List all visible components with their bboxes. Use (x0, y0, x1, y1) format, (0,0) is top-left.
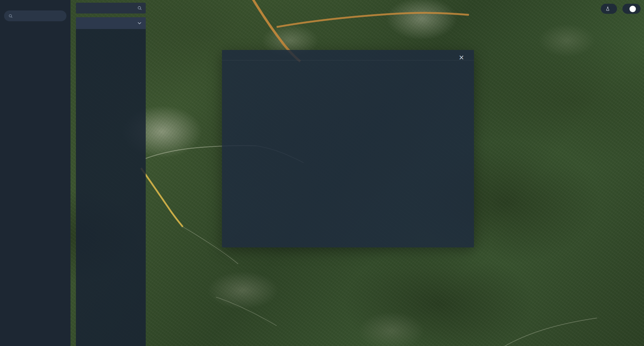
modal-title (222, 50, 474, 60)
station-panel (76, 3, 146, 346)
top-right-controls (601, 4, 641, 14)
monthly-volume-chart (227, 145, 469, 246)
station-list (76, 29, 146, 346)
sidebar-search-input[interactable] (4, 10, 66, 21)
search-icon (8, 14, 13, 18)
app-window: × (0, 0, 644, 346)
station-search-input[interactable] (76, 3, 146, 14)
modal-chart-area (227, 142, 469, 245)
flask-icon (606, 6, 610, 11)
toggle-knob[interactable] (629, 6, 636, 12)
detail-toggle[interactable] (622, 4, 641, 14)
module-switcher (0, 0, 71, 3)
chevron-down-icon (138, 22, 141, 24)
sidebar (0, 0, 71, 346)
over-plan-intake-button[interactable] (601, 4, 617, 14)
close-icon[interactable]: × (459, 53, 464, 62)
station-detail-modal: × (222, 50, 474, 247)
copyright (0, 342, 71, 346)
station-list-body (76, 17, 146, 346)
filter-value-dropdown[interactable] (136, 22, 141, 24)
source-type-filter (76, 17, 146, 29)
search-icon[interactable] (137, 6, 142, 10)
